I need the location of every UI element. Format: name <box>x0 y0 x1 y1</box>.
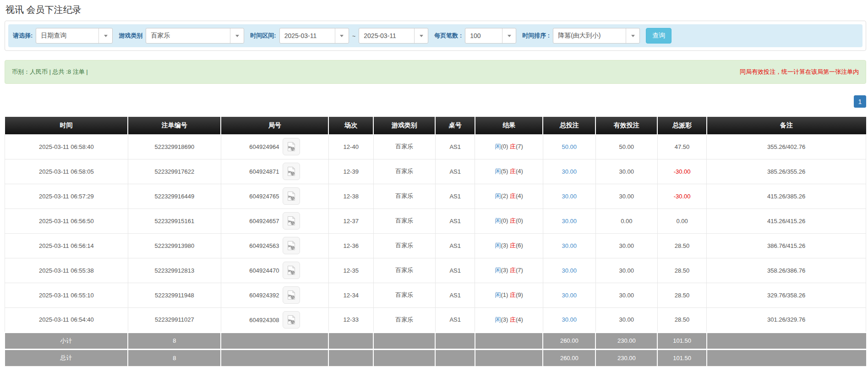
summary-cell <box>328 332 373 349</box>
round-number: 604924308 <box>249 316 279 323</box>
summary-cell <box>373 349 435 366</box>
summary-cell: 8 <box>128 332 221 349</box>
header-session: 场次 <box>328 117 373 134</box>
summary-cell <box>707 332 866 349</box>
valid-bet-cell: 50.00 <box>595 134 657 159</box>
remark-cell: 301.26/329.76 <box>707 307 866 332</box>
bet-id-cell: 522329912813 <box>128 258 221 283</box>
subtotal-row: 小计8260.00230.00101.50 <box>5 332 866 349</box>
summary-cell <box>475 349 543 366</box>
player-result-score: (3) <box>501 242 510 249</box>
sort-select[interactable]: 降冪(由大到小) <box>553 28 640 44</box>
summary-cell: 260.00 <box>543 332 595 349</box>
sort-group: 时间排序 : 降冪(由大到小) <box>522 28 640 44</box>
round-number: 604924470 <box>249 267 279 274</box>
banker-result-score: (7) <box>516 143 523 150</box>
video-record-button[interactable] <box>283 187 300 205</box>
round-number: 604924657 <box>249 218 279 225</box>
video-record-button[interactable] <box>283 212 300 230</box>
valid-bet-cell: 30.00 <box>595 283 657 307</box>
page-button-1[interactable]: 1 <box>854 95 866 108</box>
date-to-input[interactable]: 2025-03-11 <box>359 28 428 44</box>
round-number: 604924765 <box>249 193 279 200</box>
valid-bet-cell: 30.00 <box>595 307 657 332</box>
header-game-type: 游戏类别 <box>373 117 435 134</box>
bet-records-table: 时间 注单编号 局号 场次 游戏类别 桌号 结果 总投注 有效投注 总派彩 备注… <box>5 117 866 366</box>
round-number: 604924871 <box>249 168 279 175</box>
remark-cell: 358.26/386.76 <box>707 258 866 283</box>
header-valid-bet: 有效投注 <box>595 117 657 134</box>
bet-table-foot: 小计8260.00230.00101.50总计8260.00230.00101.… <box>5 332 866 366</box>
round-cell: 604924308 <box>221 307 328 332</box>
total-bet-link[interactable]: 30.00 <box>562 267 577 274</box>
video-file-icon <box>287 315 296 325</box>
total-bet-link[interactable]: 30.00 <box>562 218 577 225</box>
header-payout: 总派彩 <box>657 117 706 134</box>
time-range-group: 时间区间: 2025-03-11 ~ 2025-03-11 <box>250 28 428 44</box>
session-cell: 12-36 <box>328 233 373 258</box>
filter-bar: 请选择: 日期查询 游戏类别 百家乐 时间区间: 2025-03-11 <box>8 24 863 47</box>
search-button[interactable]: 查询 <box>646 28 671 44</box>
summary-cell <box>221 349 328 366</box>
chevron-down-icon <box>335 28 349 43</box>
game-type-select[interactable]: 百家乐 <box>146 28 244 44</box>
currency-total-text: 币别：人民币 | 总共 :8 注单 | <box>12 68 88 76</box>
video-record-button[interactable] <box>283 286 300 304</box>
round-number: 604924964 <box>249 143 279 150</box>
remark-cell: 386.76/415.26 <box>707 233 866 258</box>
total-bet-cell: 30.00 <box>543 208 595 233</box>
total-bet-link[interactable]: 30.00 <box>562 242 577 249</box>
page-size-select[interactable]: 100 <box>465 28 516 44</box>
sort-value: 降冪(由大到小) <box>553 32 626 40</box>
round-cell: 604924765 <box>221 184 328 208</box>
game-type-cell: 百家乐 <box>373 283 435 307</box>
video-file-icon <box>287 191 296 201</box>
video-record-button[interactable] <box>283 138 300 155</box>
video-record-button[interactable] <box>283 311 300 329</box>
total-bet-link[interactable]: 50.00 <box>562 143 577 150</box>
time-range-label: 时间区间: <box>250 32 276 40</box>
total-bet-cell: 30.00 <box>543 184 595 208</box>
summary-cell: 101.50 <box>657 349 706 366</box>
remark-cell: 415.26/385.26 <box>707 184 866 208</box>
bet-id-cell: 522329915161 <box>128 208 221 233</box>
table-row: 2025-03-11 06:57:29522329916449604924765… <box>5 184 866 208</box>
video-record-button[interactable] <box>283 262 300 279</box>
round-number: 604924563 <box>249 242 279 249</box>
summary-cell <box>221 332 328 349</box>
video-file-icon <box>287 166 296 176</box>
chevron-down-icon <box>230 28 244 43</box>
video-record-button[interactable] <box>283 237 300 254</box>
total-bet-link[interactable]: 30.00 <box>562 193 577 200</box>
banker-result-label: 庄 <box>510 217 516 224</box>
date-from-input[interactable]: 2025-03-11 <box>279 28 349 44</box>
valid-bet-cell: 30.00 <box>595 184 657 208</box>
date-to-value: 2025-03-11 <box>359 32 414 39</box>
table-no-cell: AS1 <box>435 233 475 258</box>
payout-cell: 28.50 <box>657 258 706 283</box>
header-time: 时间 <box>5 117 128 134</box>
total-bet-link[interactable]: 30.00 <box>562 168 577 175</box>
player-result-score: (1) <box>501 291 510 298</box>
player-result-label: 闲 <box>495 168 501 175</box>
table-row: 2025-03-11 06:56:50522329915161604924657… <box>5 208 866 233</box>
summary-cell: 101.50 <box>657 332 706 349</box>
remark-cell: 329.76/358.26 <box>707 283 866 307</box>
result-cell: 闲(3) 庄(7) <box>475 258 543 283</box>
total-bet-link[interactable]: 30.00 <box>562 292 577 299</box>
summary-cell <box>707 349 866 366</box>
banker-result-label: 庄 <box>510 316 516 323</box>
bet-id-cell: 522329916449 <box>128 184 221 208</box>
banker-result-score: (4) <box>516 168 523 175</box>
game-type-cell: 百家乐 <box>373 159 435 184</box>
summary-cell: 260.00 <box>543 349 595 366</box>
query-type-select[interactable]: 日期查询 <box>36 28 113 44</box>
player-result-label: 闲 <box>495 291 501 298</box>
video-record-button[interactable] <box>283 163 300 180</box>
banker-result-score: (0) <box>516 217 523 224</box>
header-row: 时间 注单编号 局号 场次 游戏类别 桌号 结果 总投注 有效投注 总派彩 备注 <box>5 117 866 134</box>
table-no-cell: AS1 <box>435 258 475 283</box>
round-cell: 604924657 <box>221 208 328 233</box>
session-cell: 12-33 <box>328 307 373 332</box>
total-bet-link[interactable]: 30.00 <box>562 316 577 323</box>
